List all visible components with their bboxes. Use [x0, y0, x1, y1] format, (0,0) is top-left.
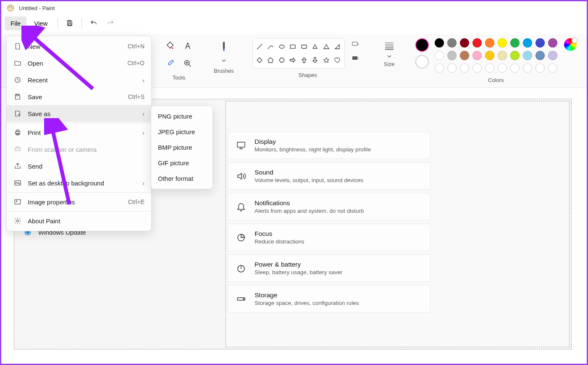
- file-about[interactable]: About Paint: [7, 212, 151, 229]
- eyedropper-tool-icon[interactable]: [163, 56, 178, 71]
- card-notifications[interactable]: NotificationsAlerts from apps and system…: [227, 193, 430, 220]
- save-icon: [13, 93, 22, 101]
- color-swatch[interactable]: [485, 51, 494, 60]
- color-swatch[interactable]: [435, 38, 444, 48]
- menu-view[interactable]: View: [28, 16, 53, 30]
- color-swatch[interactable]: [498, 38, 507, 48]
- save-as-submenu: PNG picture JPEG picture BMP picture GIF…: [151, 106, 213, 189]
- color-swatch[interactable]: [548, 38, 557, 48]
- color-2-swatch[interactable]: [415, 55, 429, 69]
- shape-pentagon-icon[interactable]: [265, 54, 276, 66]
- card-focus[interactable]: FocusReduce distractions: [227, 224, 430, 251]
- shapes-gallery[interactable]: [252, 38, 345, 69]
- file-send[interactable]: Send: [7, 158, 151, 175]
- fill-tool-icon[interactable]: [163, 38, 178, 53]
- file-save-as[interactable]: Save as ›: [7, 105, 151, 122]
- save-icon-button[interactable]: [62, 16, 77, 31]
- color-swatch[interactable]: [536, 38, 545, 48]
- shape-oval-icon[interactable]: [277, 40, 287, 53]
- color-swatch[interactable]: [447, 38, 457, 48]
- color-swatch-empty[interactable]: [485, 63, 494, 73]
- shape-outline-dropdown[interactable]: [348, 38, 363, 51]
- size-dropdown[interactable]: [382, 38, 397, 53]
- file-image-properties[interactable]: Image properties Ctrl+E: [7, 193, 151, 210]
- redo-button[interactable]: [103, 16, 118, 31]
- card-sound[interactable]: SoundVolume levels, output, input, sound…: [227, 162, 430, 190]
- color-swatch[interactable]: [510, 51, 520, 60]
- shape-roundrect-icon[interactable]: [299, 40, 310, 53]
- card-subtitle: Monitors, brightness, night light, displ…: [255, 146, 371, 153]
- color-swatch-empty[interactable]: [435, 63, 444, 73]
- file-desktop-background[interactable]: Set as desktop background ›: [7, 175, 151, 191]
- color-swatch[interactable]: [472, 51, 482, 60]
- shape-fill-dropdown[interactable]: [348, 53, 363, 65]
- color-swatch[interactable]: [523, 51, 532, 60]
- shape-hexagon-icon[interactable]: [277, 54, 287, 66]
- color-swatch-empty[interactable]: [536, 63, 545, 73]
- color-swatch[interactable]: [447, 51, 457, 60]
- color-swatch[interactable]: [548, 51, 557, 60]
- color-swatch-empty[interactable]: [447, 63, 457, 73]
- file-save[interactable]: Save Ctrl+S: [7, 88, 151, 105]
- window-title: Untitled - Paint: [19, 5, 55, 11]
- color-swatch-empty[interactable]: [498, 63, 507, 73]
- card-subtitle: Alerts from apps and system, do not dist…: [255, 208, 364, 214]
- shape-star-icon[interactable]: [321, 54, 332, 66]
- ribbon-group-shapes: Shapes: [247, 38, 369, 83]
- magnifier-tool-icon[interactable]: [180, 56, 195, 71]
- shape-arrow-down-icon[interactable]: [310, 54, 320, 66]
- color-swatch[interactable]: [523, 38, 532, 48]
- color-swatch[interactable]: [460, 38, 469, 48]
- text-tool-icon[interactable]: [180, 38, 195, 53]
- saveas-jpeg[interactable]: JPEG picture: [151, 124, 213, 140]
- menu-file[interactable]: File: [5, 16, 26, 30]
- file-new[interactable]: New Ctrl+N: [7, 38, 151, 55]
- color-swatch[interactable]: [536, 51, 545, 60]
- saveas-gif[interactable]: GIF picture: [151, 155, 213, 171]
- undo-button[interactable]: [86, 16, 101, 31]
- edit-colors-button[interactable]: [564, 38, 577, 51]
- card-storage[interactable]: StorageStorage space, drives, configurat…: [227, 285, 430, 312]
- shape-polygon-icon[interactable]: [310, 40, 320, 53]
- color-swatch[interactable]: [498, 51, 507, 60]
- shortcut: Ctrl+S: [128, 93, 144, 100]
- svg-point-0: [8, 5, 14, 11]
- chevron-right-icon: ›: [142, 77, 144, 84]
- svg-point-1: [9, 7, 10, 8]
- separator: [58, 18, 58, 28]
- color-swatch-empty[interactable]: [510, 63, 520, 73]
- file-print[interactable]: Print ›: [7, 124, 151, 141]
- shape-diamond-icon[interactable]: [255, 54, 265, 66]
- color-swatch-empty[interactable]: [548, 63, 557, 73]
- color-swatch-empty[interactable]: [472, 63, 482, 73]
- card-subtitle: Sleep, battery usage, battery saver: [255, 269, 342, 275]
- color-1-swatch[interactable]: [415, 38, 429, 52]
- brushes-dropdown[interactable]: [216, 38, 232, 64]
- file-recent[interactable]: Recent ›: [7, 71, 151, 88]
- shape-arrow-right-icon[interactable]: [288, 54, 298, 66]
- shape-triangle-icon[interactable]: [321, 40, 332, 53]
- shape-curve-icon[interactable]: [265, 40, 276, 53]
- saveas-png[interactable]: PNG picture: [151, 108, 213, 124]
- color-swatch[interactable]: [435, 51, 444, 60]
- file-open[interactable]: Open Ctrl+O: [7, 55, 151, 71]
- shape-rect-icon[interactable]: [288, 40, 298, 53]
- color-swatch-empty[interactable]: [523, 63, 532, 73]
- color-swatch[interactable]: [460, 51, 469, 60]
- file-scanner: From scanner or camera: [7, 141, 151, 158]
- svg-rect-20: [237, 142, 245, 147]
- folder-icon: [13, 59, 22, 67]
- svg-point-34: [17, 220, 19, 222]
- shape-line-icon[interactable]: [255, 40, 265, 53]
- shape-arrow-up-icon[interactable]: [299, 54, 310, 66]
- shape-heart-icon[interactable]: [332, 54, 343, 66]
- color-swatch[interactable]: [485, 38, 494, 48]
- color-swatch[interactable]: [472, 38, 482, 48]
- color-swatch-empty[interactable]: [460, 63, 469, 73]
- saveas-other[interactable]: Other format: [151, 171, 213, 186]
- card-display[interactable]: DisplayMonitors, brightness, night light…: [227, 132, 430, 159]
- color-swatch[interactable]: [510, 38, 520, 48]
- shape-righttriangle-icon[interactable]: [332, 40, 343, 53]
- saveas-bmp[interactable]: BMP picture: [151, 140, 213, 155]
- card-power[interactable]: Power & batterySleep, battery usage, bat…: [227, 254, 430, 282]
